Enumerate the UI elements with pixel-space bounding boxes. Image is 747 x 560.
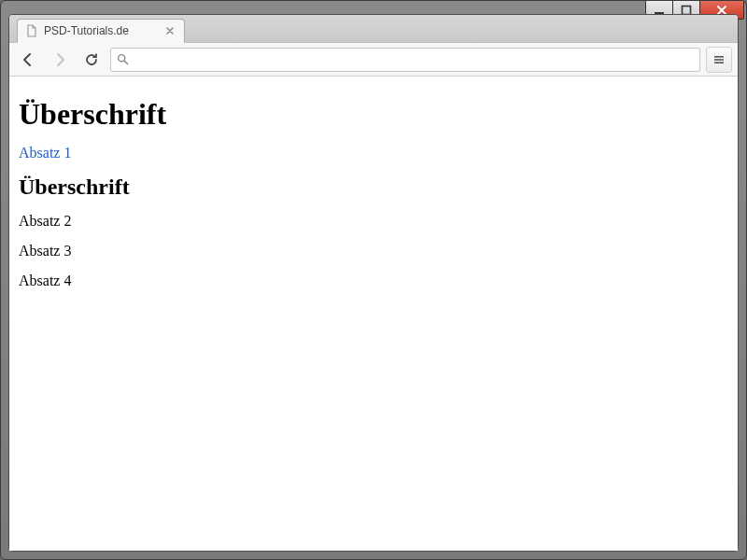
os-window: PSD-Tutorials.de bbox=[0, 0, 747, 560]
browser-toolbar bbox=[9, 43, 738, 77]
reload-icon bbox=[84, 52, 99, 67]
reload-button[interactable] bbox=[78, 47, 105, 73]
browser-frame: PSD-Tutorials.de bbox=[8, 14, 739, 552]
heading-1: Überschrift bbox=[19, 97, 728, 132]
svg-line-3 bbox=[124, 61, 127, 63]
page-favicon-icon bbox=[25, 24, 38, 37]
tab-close-button[interactable] bbox=[163, 24, 176, 37]
svg-rect-5 bbox=[714, 59, 724, 61]
tabstrip: PSD-Tutorials.de bbox=[9, 15, 738, 43]
arrow-right-icon bbox=[51, 51, 68, 68]
paragraph-4: Absatz 4 bbox=[19, 273, 728, 289]
arrow-left-icon bbox=[20, 51, 36, 68]
search-icon bbox=[117, 53, 129, 65]
page-content: Überschrift Absatz 1 Überschrift Absatz … bbox=[9, 77, 738, 312]
paragraph-1-link[interactable]: Absatz 1 bbox=[19, 145, 728, 161]
address-bar[interactable] bbox=[110, 48, 700, 72]
browser-tab[interactable]: PSD-Tutorials.de bbox=[17, 19, 185, 43]
chrome-menu-button[interactable] bbox=[706, 47, 732, 73]
forward-button[interactable] bbox=[47, 47, 73, 73]
paragraph-2: Absatz 2 bbox=[19, 213, 728, 230]
svg-rect-6 bbox=[714, 62, 724, 63]
back-button[interactable] bbox=[15, 47, 41, 73]
url-input[interactable] bbox=[134, 49, 694, 71]
paragraph-3: Absatz 3 bbox=[19, 243, 728, 259]
svg-rect-1 bbox=[683, 6, 691, 14]
page-viewport[interactable]: Überschrift Absatz 1 Überschrift Absatz … bbox=[9, 77, 738, 551]
svg-rect-4 bbox=[714, 56, 724, 58]
heading-2: Überschrift bbox=[19, 175, 728, 200]
close-icon bbox=[165, 26, 175, 35]
hamburger-icon bbox=[712, 53, 726, 66]
tab-title: PSD-Tutorials.de bbox=[44, 24, 158, 37]
